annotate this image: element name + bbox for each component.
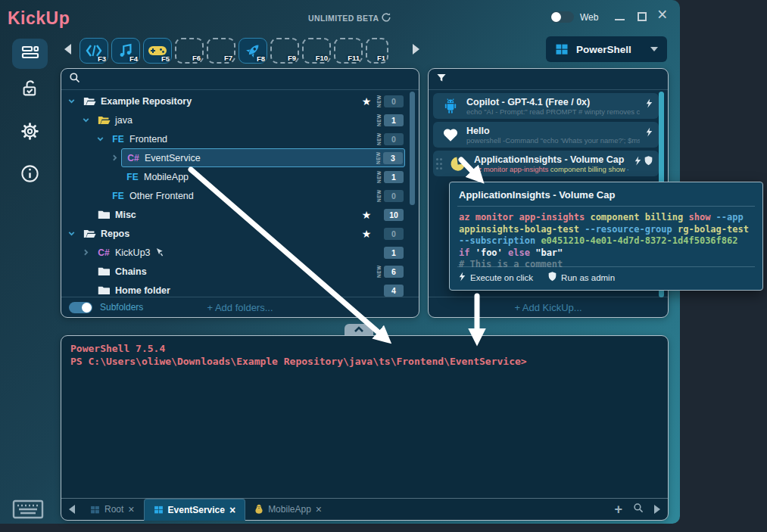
fkeys-scroll-right-button[interactable]	[413, 44, 419, 54]
cursor-pointer-icon	[155, 247, 164, 257]
maximize-button[interactable]	[638, 12, 647, 21]
new-badge: NEW	[373, 150, 383, 166]
execute-bolt-icon	[646, 126, 653, 140]
refresh-icon[interactable]	[381, 12, 391, 26]
kickup-item-copilot[interactable]: Copilot - GPT-4.1 (Free / 0x) echo "AI -…	[433, 93, 659, 119]
fkey-button-f10[interactable]: F10	[302, 38, 331, 64]
sidebar-item-security[interactable]	[20, 79, 40, 99]
new-badge: NEW	[374, 188, 384, 204]
fkey-button-f5[interactable]: F5	[143, 38, 172, 64]
scrollbar-thumb[interactable]	[410, 92, 415, 205]
chevron-down-icon[interactable]	[93, 134, 107, 144]
search-terminal-button[interactable]	[633, 502, 644, 516]
count-badge: 1	[384, 247, 404, 259]
kickup-item-appinsights[interactable]: ApplicationInsights - Volume Cap az moni…	[433, 151, 659, 176]
tab-mobileapp[interactable]: MobileApp ×	[245, 499, 331, 520]
tabs-scroll-right-button[interactable]	[654, 505, 660, 514]
count-badge: 6	[384, 266, 404, 278]
toggle-knob	[551, 12, 561, 22]
tree-row-misc[interactable]: Misc ★ NEW 10	[61, 205, 419, 224]
keyboard-icon	[11, 498, 45, 521]
tooltip-title: ApplicationInsights - Volume Cap	[459, 189, 615, 201]
chevron-down-icon[interactable]	[64, 229, 78, 238]
tree-row-java[interactable]: java ★ NEW 1	[61, 110, 419, 129]
fkeys-scroll-left-button[interactable]	[64, 44, 71, 54]
kickup-item-hello[interactable]: Hello powershell -Command "echo 'Whats y…	[433, 122, 659, 148]
filetype-csharp-icon: C#	[94, 247, 114, 258]
tabs-scroll-left-button[interactable]	[69, 505, 75, 514]
add-kickup-button[interactable]: + Add KickUp...	[514, 302, 581, 313]
unlock-check-icon	[20, 79, 40, 99]
terminal-panel[interactable]: PowerShell 7.5.4PS C:\Users\oliwe\Downlo…	[61, 335, 669, 521]
shield-icon	[548, 272, 557, 283]
run-as-admin-label: Run as admin	[561, 273, 615, 282]
folder-icon	[94, 266, 114, 276]
star-icon: ★	[359, 95, 374, 107]
folders-panel: Example Repository ★ NEW 0 java ★ NEW 1	[61, 68, 419, 318]
tab-eventservice[interactable]: EventService ×	[144, 499, 246, 521]
folder-icon	[94, 210, 114, 219]
android-icon	[441, 97, 460, 115]
layout-list-icon	[20, 44, 40, 64]
heart-icon	[441, 127, 460, 142]
shield-icon	[644, 155, 653, 169]
search-icon[interactable]	[69, 72, 80, 86]
close-button[interactable]: ×	[657, 6, 667, 23]
sidebar-item-settings[interactable]	[20, 121, 40, 142]
count-badge: 10	[384, 209, 404, 221]
drag-handle[interactable]	[436, 158, 442, 170]
new-badge: NEW	[374, 131, 384, 148]
filetype-fe-icon: FE	[108, 191, 128, 201]
fkey-button-f6[interactable]: F6	[175, 38, 204, 64]
filetype-csharp-icon: C#	[123, 153, 143, 163]
tree-row-other-frontend[interactable]: FE Other Frontend ★ NEW 0	[61, 186, 419, 205]
fkey-button-f3[interactable]: F3	[80, 38, 108, 64]
tab-root[interactable]: Root ×	[81, 499, 144, 520]
tree-row-frontend[interactable]: FE Frontend ★ NEW 0	[61, 129, 419, 148]
web-toggle-label: Web	[580, 12, 598, 23]
new-tab-button[interactable]: +	[614, 504, 622, 515]
count-badge: 0	[384, 95, 404, 107]
count-badge: 0	[384, 190, 404, 202]
sidebar-item-kickups[interactable]	[12, 39, 48, 69]
add-folders-button[interactable]: + Add folders...	[61, 302, 419, 313]
windows-logo-icon	[90, 505, 100, 515]
count-badge: 1	[384, 171, 404, 183]
fkey-button-f7[interactable]: F7	[207, 38, 235, 64]
windows-logo-icon	[154, 505, 164, 515]
keyboard-button[interactable]	[11, 498, 45, 524]
folder-icon	[94, 285, 114, 295]
fkey-button-f9[interactable]: F9	[270, 38, 299, 64]
close-tab-icon[interactable]: ×	[229, 506, 235, 515]
selected-tree-row[interactable]: C# EventService ★ NEW 3	[121, 148, 405, 167]
collapse-terminal-button[interactable]	[345, 324, 373, 335]
fkey-button-f12[interactable]: F1	[366, 38, 388, 64]
fkey-button-f8[interactable]: F8	[239, 38, 267, 64]
minimize-button[interactable]	[615, 11, 625, 20]
tree-row-kickup3[interactable]: C# KickUp3 ★ NEW 1	[61, 243, 419, 262]
shell-selector[interactable]: PowerShell	[546, 36, 667, 62]
tree-row-mobileapp[interactable]: FE MobileApp ★ NEW 1	[61, 167, 419, 186]
filter-icon[interactable]	[436, 73, 447, 86]
fkey-button-f4[interactable]: F4	[111, 38, 140, 64]
tree-row-chains[interactable]: Chains ★ NEW 6	[61, 262, 419, 281]
chevron-right-icon[interactable]	[79, 247, 92, 257]
linux-tux-icon	[254, 504, 263, 515]
sidebar-item-info[interactable]	[20, 163, 40, 184]
tree-row-example-repository[interactable]: Example Repository ★ NEW 0	[61, 92, 419, 110]
fkey-button-f11[interactable]: F11	[334, 38, 363, 64]
chevron-right-icon[interactable]	[108, 153, 121, 163]
count-badge: 3	[383, 152, 403, 164]
shell-selector-value: PowerShell	[576, 44, 643, 55]
star-icon: ★	[359, 209, 374, 221]
execute-bolt-icon	[634, 155, 641, 169]
close-tab-icon[interactable]: ×	[316, 505, 322, 514]
chevron-down-icon[interactable]	[79, 115, 92, 125]
tree-row-eventservice[interactable]: C# EventService ★ NEW 3	[61, 148, 419, 167]
web-toggle[interactable]	[550, 11, 574, 23]
tree-row-repos[interactable]: Repos ★ NEW 0	[61, 224, 419, 243]
chevron-down-icon[interactable]	[64, 96, 78, 106]
chevron-down-icon	[650, 47, 658, 51]
close-tab-icon[interactable]: ×	[128, 505, 134, 514]
filetype-fe-icon: FE	[108, 134, 128, 145]
